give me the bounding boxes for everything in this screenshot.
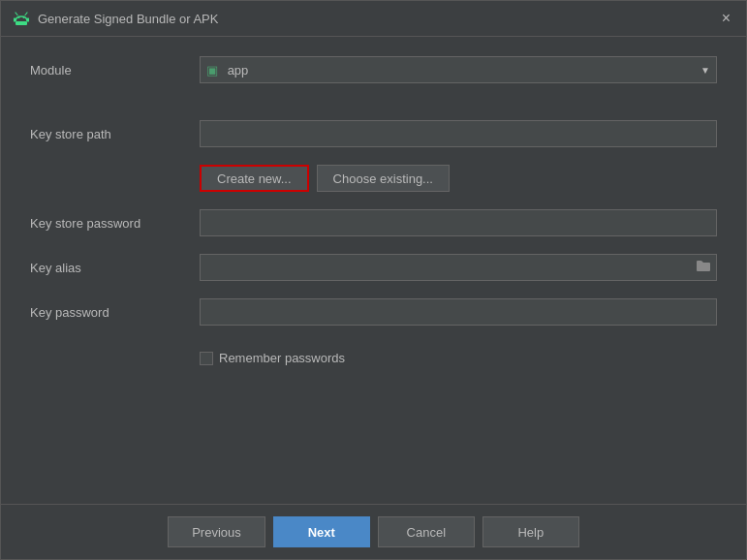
android-icon (13, 10, 30, 27)
svg-line-2 (16, 13, 17, 16)
module-folder-icon: ▣ (206, 63, 218, 78)
close-button[interactable]: × (718, 9, 734, 28)
svg-point-0 (18, 16, 20, 18)
module-dropdown-button[interactable]: ▣ app ▼ (200, 56, 717, 83)
key-password-row: Key password (30, 298, 717, 326)
remember-passwords-label: Remember passwords (219, 351, 345, 365)
choose-existing-button[interactable]: Choose existing... (317, 165, 450, 192)
remember-passwords-row: Remember passwords (30, 351, 717, 365)
key-password-label: Key password (30, 305, 200, 320)
key-alias-folder-button[interactable] (694, 258, 713, 277)
key-store-password-label: Key store password (30, 216, 200, 231)
cancel-button[interactable]: Cancel (378, 516, 475, 547)
key-store-password-input[interactable] (200, 209, 717, 236)
folder-small-icon (696, 260, 711, 272)
create-new-button[interactable]: Create new... (200, 165, 309, 192)
dialog-content: Module ▣ app ▼ Key store path Create new… (1, 37, 746, 504)
key-store-password-row: Key store password (30, 209, 717, 236)
svg-point-1 (23, 16, 25, 18)
remember-passwords-checkbox[interactable] (200, 352, 213, 365)
key-alias-label: Key alias (30, 261, 200, 275)
help-button[interactable]: Help (482, 516, 579, 547)
generate-signed-bundle-dialog: Generate Signed Bundle or APK × Module ▣… (0, 0, 747, 560)
dropdown-arrow-icon: ▼ (700, 65, 710, 76)
key-store-path-row: Key store path (30, 120, 717, 147)
svg-rect-4 (16, 21, 27, 25)
key-store-path-label: Key store path (30, 127, 200, 141)
module-label: Module (30, 63, 200, 78)
key-alias-input[interactable] (200, 254, 717, 281)
previous-button[interactable]: Previous (168, 516, 265, 547)
title-bar-left: Generate Signed Bundle or APK (13, 10, 218, 27)
module-row: Module ▣ app ▼ (30, 56, 717, 83)
module-value: app (228, 63, 249, 78)
svg-rect-6 (27, 18, 29, 22)
title-bar: Generate Signed Bundle or APK × (1, 1, 746, 37)
keystore-action-buttons-row: Create new... Choose existing... (30, 165, 717, 192)
key-alias-row: Key alias (30, 254, 717, 281)
module-dropdown[interactable]: ▣ app ▼ (200, 56, 717, 83)
next-button[interactable]: Next (273, 516, 370, 547)
dialog-title: Generate Signed Bundle or APK (38, 12, 218, 26)
key-alias-input-wrapper (200, 254, 717, 281)
key-store-path-input[interactable] (200, 120, 717, 147)
remember-checkbox-wrapper: Remember passwords (200, 351, 345, 365)
key-password-input[interactable] (200, 298, 717, 326)
svg-line-3 (25, 13, 27, 16)
dialog-footer: Previous Next Cancel Help (1, 504, 746, 559)
svg-rect-5 (14, 18, 16, 22)
spacer-1 (30, 101, 717, 120)
